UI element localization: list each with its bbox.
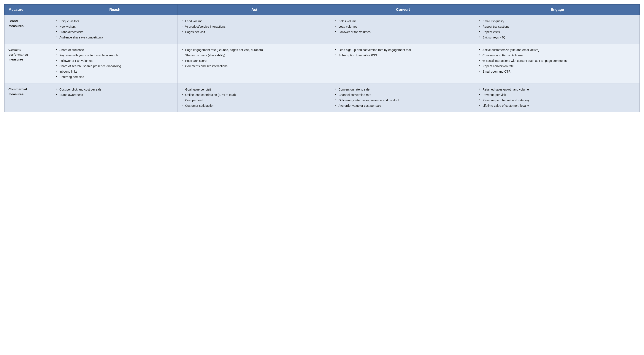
- list-item: Email list quality: [479, 19, 636, 24]
- list-item: Goal value per visit: [182, 87, 327, 92]
- list-item: Lifetime value of customer / loyalty: [479, 103, 636, 109]
- list-item: Share of audience: [56, 47, 174, 53]
- cell-convert: Sales volumeLead volumesFollower or fan …: [331, 15, 475, 44]
- table-row: Content performance measuresShare of aud…: [4, 44, 640, 83]
- cell-engage: Email list qualityRepeat transactionsRep…: [475, 15, 640, 44]
- list-item: Revenue per channel and category: [479, 98, 636, 103]
- list-item: Active customers % (site and email activ…: [479, 47, 636, 53]
- list-item: Shares by users (shareability): [182, 53, 327, 58]
- cell-engage: Active customers % (site and email activ…: [475, 44, 640, 83]
- list-item: Repeat transactions: [479, 24, 636, 29]
- cell-reach: Cost per click and cost per saleBrand aw…: [52, 83, 178, 112]
- header-act: Act: [178, 5, 331, 15]
- row-header: Content performance measures: [4, 44, 52, 83]
- list-item: Key sites with your content visible in s…: [56, 53, 174, 58]
- list-item: Exit surveys - 4Q: [479, 35, 636, 40]
- list-item: % product/service interactions: [182, 24, 327, 29]
- cell-act: Page engagement rate (Bounce, pages per …: [178, 44, 331, 83]
- list-item: Online-originated sales, revenue and pro…: [335, 98, 471, 103]
- list-item: Lead volume: [182, 19, 327, 24]
- list-item: Follower or fan volumes: [335, 29, 471, 35]
- list-item: Online lead contribution (£, % of total): [182, 92, 327, 98]
- row-header: Commercial measures: [4, 83, 52, 112]
- list-item: Share of search / search presence (finda…: [56, 64, 174, 69]
- list-item: Repeat conversion rate: [479, 64, 636, 69]
- list-item: Unique visitors: [56, 19, 174, 24]
- header-measure: Measure: [4, 5, 52, 15]
- table-row: Brand measuresUnique visitorsNew visitor…: [4, 15, 640, 44]
- list-item: Pages per visit: [182, 29, 327, 35]
- list-item: Repeat visits: [479, 29, 636, 35]
- list-item: Lead volumes: [335, 24, 471, 29]
- header-convert: Convert: [331, 5, 475, 15]
- table-row: Commercial measuresCost per click and co…: [4, 83, 640, 112]
- list-item: Conversion rate to sale: [335, 87, 471, 92]
- cell-convert: Conversion rate to saleChannel conversio…: [331, 83, 475, 112]
- list-item: Cost per lead: [182, 98, 327, 103]
- measures-table: Measure Reach Act Convert Engage Brand m…: [4, 4, 640, 112]
- cell-act: Goal value per visitOnline lead contribu…: [178, 83, 331, 112]
- list-item: % social interactions with content such …: [479, 58, 636, 64]
- list-item: Channel conversion rate: [335, 92, 471, 98]
- list-item: Email open and CTR: [479, 69, 636, 74]
- header-reach: Reach: [52, 5, 178, 15]
- cell-convert: Lead sign-up and conversion rate by enga…: [331, 44, 475, 83]
- list-item: Brand awareness: [56, 92, 174, 98]
- list-item: Avg order value or cost per sale: [335, 103, 471, 109]
- list-item: Retained sales growth and volume: [479, 87, 636, 92]
- list-item: Subscription to email or RSS: [335, 53, 471, 58]
- header-row: Measure Reach Act Convert Engage: [4, 5, 640, 15]
- list-item: Inbound links: [56, 69, 174, 74]
- cell-engage: Retained sales growth and volumeRevenue …: [475, 83, 640, 112]
- list-item: Follower or Fan volumes: [56, 58, 174, 64]
- list-item: Revenue per visit: [479, 92, 636, 98]
- list-item: Lead sign-up and conversion rate by enga…: [335, 47, 471, 53]
- list-item: Conversion to Fan or Follower: [479, 53, 636, 58]
- list-item: Customer satisfaction: [182, 103, 327, 109]
- row-header: Brand measures: [4, 15, 52, 44]
- list-item: Cost per click and cost per sale: [56, 87, 174, 92]
- list-item: Comments and site interactions: [182, 64, 327, 69]
- cell-reach: Unique visitorsNew visitorsBrand/direct …: [52, 15, 178, 44]
- list-item: PostRank score: [182, 58, 327, 64]
- header-engage: Engage: [475, 5, 640, 15]
- list-item: New visitors: [56, 24, 174, 29]
- cell-act: Lead volume% product/service interaction…: [178, 15, 331, 44]
- list-item: Audience share (vs competitors): [56, 35, 174, 40]
- cell-reach: Share of audienceKey sites with your con…: [52, 44, 178, 83]
- list-item: Referring domains: [56, 74, 174, 80]
- list-item: Sales volume: [335, 19, 471, 24]
- list-item: Brand/direct visits: [56, 29, 174, 35]
- list-item: Page engagement rate (Bounce, pages per …: [182, 47, 327, 53]
